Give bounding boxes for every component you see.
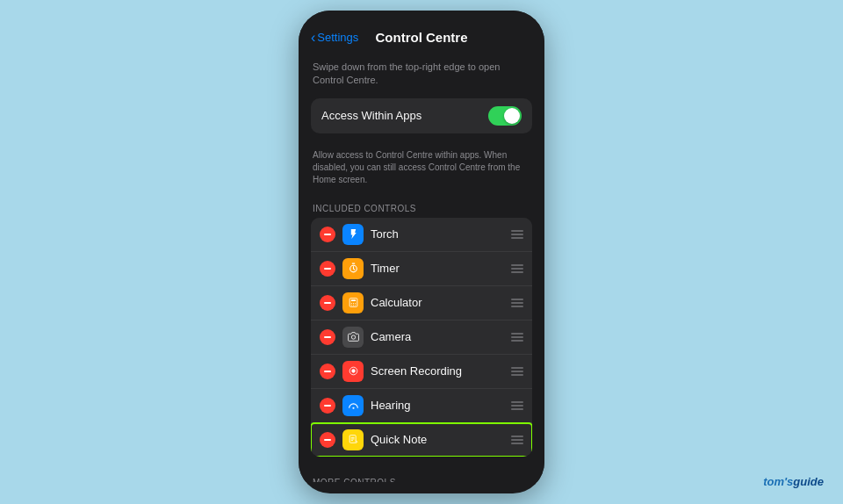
timer-row[interactable]: Timer [311,252,532,286]
screen-recording-drag-handle [511,367,523,376]
torch-label: Torch [371,227,511,241]
screen-recording-label: Screen Recording [371,364,511,378]
hearing-label: Hearing [371,399,511,412]
timer-remove-button[interactable] [320,261,335,277]
screen-recording-icon [342,361,364,382]
watermark: tom'sguide [763,475,824,488]
access-within-apps-toggle[interactable] [488,106,522,126]
torch-remove-button[interactable] [320,227,335,242]
svg-rect-2 [350,300,355,302]
page-title: Control Centre [376,30,468,45]
camera-row[interactable]: Camera [311,320,532,355]
nav-bar: ‹ Settings Control Centre [299,23,544,52]
svg-point-5 [355,303,356,304]
svg-point-4 [352,303,353,304]
toggle-container [488,106,522,126]
calculator-row[interactable]: Calculator [311,286,532,320]
more-controls-header: MORE CONTROLS [299,469,544,482]
top-description: Swipe down from the top-right edge to op… [299,52,544,98]
phone-frame: ‹ Settings Control Centre Swipe down fro… [299,11,544,493]
included-controls-header: INCLUDED CONTROLS [299,195,544,218]
toggle-description: Allow access to Control Centre within ap… [299,146,544,195]
toggle-knob [504,108,520,124]
status-bar [299,11,544,23]
quick-note-icon [342,429,364,450]
content-area: Swipe down from the top-right edge to op… [299,52,544,482]
camera-icon [342,327,364,348]
camera-drag-handle [511,333,523,342]
camera-label: Camera [371,330,511,343]
svg-point-8 [355,305,356,306]
back-label: Settings [317,31,358,44]
watermark-brand: tom's [763,475,793,488]
hearing-remove-button[interactable] [320,398,335,414]
quick-note-remove-button[interactable] [320,432,335,448]
svg-point-9 [351,335,355,339]
watermark-domain: guide [793,475,824,488]
screen-recording-row[interactable]: Screen Recording [311,355,532,389]
calculator-icon [342,292,364,313]
svg-point-12 [352,407,354,409]
included-controls-group: Torch Timer [311,218,532,457]
calculator-label: Calculator [371,296,511,309]
hearing-row[interactable]: Hearing [311,389,532,423]
access-within-apps-group: Access Within Apps [311,98,532,133]
back-button[interactable]: ‹ Settings [311,30,358,46]
svg-point-6 [350,305,351,306]
timer-drag-handle [511,264,523,273]
svg-point-7 [352,305,353,306]
quick-note-label: Quick Note [371,433,511,446]
timer-label: Timer [371,262,511,275]
camera-remove-button[interactable] [320,329,335,345]
torch-drag-handle [511,230,523,239]
calculator-drag-handle [511,299,523,307]
quick-note-drag-handle [511,436,523,444]
calculator-remove-button[interactable] [320,295,335,311]
screen-recording-remove-button[interactable] [320,364,335,379]
hearing-icon [342,395,364,416]
hearing-drag-handle [511,401,523,410]
access-within-apps-label: Access Within Apps [321,109,488,122]
svg-point-3 [350,303,351,304]
back-arrow-icon: ‹ [311,30,315,46]
access-within-apps-row[interactable]: Access Within Apps [311,98,532,133]
torch-row[interactable]: Torch [311,218,532,252]
quick-note-row[interactable]: Quick Note [311,423,532,457]
torch-icon [342,224,364,245]
svg-point-11 [351,370,355,373]
timer-icon [342,258,364,279]
